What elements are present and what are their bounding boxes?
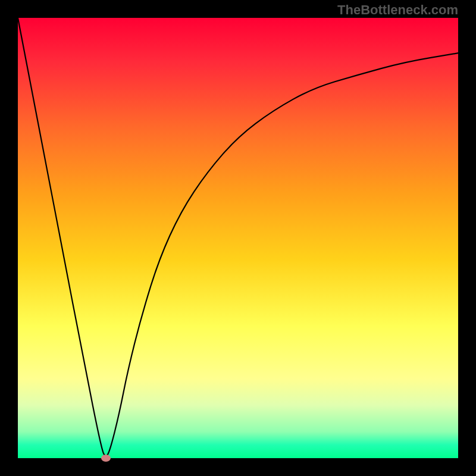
bottleneck-curve: [18, 18, 458, 456]
curve-svg: [18, 18, 458, 458]
chart-container: TheBottleneck.com: [0, 0, 476, 476]
minimum-marker: [101, 455, 111, 462]
attribution-text: TheBottleneck.com: [337, 2, 458, 18]
plot-area: [18, 18, 458, 458]
